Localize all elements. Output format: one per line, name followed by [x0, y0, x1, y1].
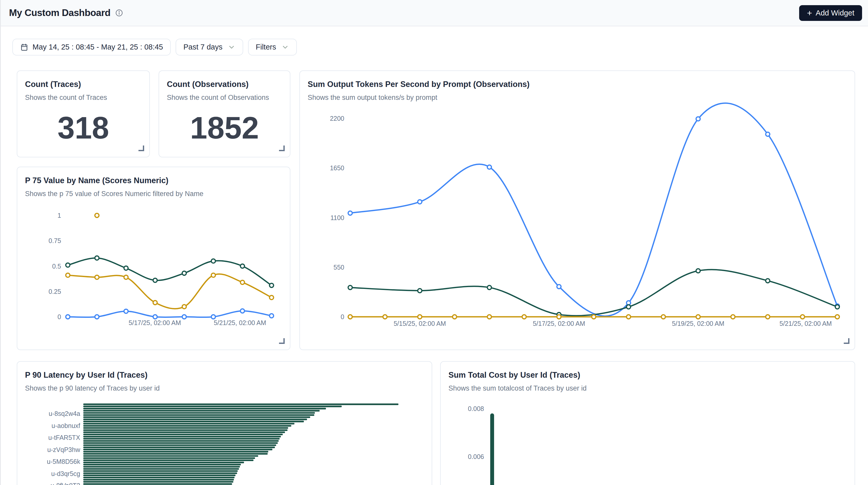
svg-text:u-zVqP3hw: u-zVqP3hw [47, 446, 81, 453]
kpi-value: 318 [17, 112, 149, 143]
svg-text:5/19/25, 02:00 AM: 5/19/25, 02:00 AM [672, 320, 724, 327]
svg-text:u-5M8D56k: u-5M8D56k [47, 458, 81, 465]
widget-title: Count (Observations) [167, 80, 282, 89]
filters-dropdown[interactable]: Filters [248, 39, 297, 56]
svg-text:u-tFAR5TX: u-tFAR5TX [48, 434, 80, 441]
widget-title: P 90 Latency by User Id (Traces) [25, 370, 424, 380]
svg-text:5/21/25, 02:00 AM: 5/21/25, 02:00 AM [214, 319, 266, 326]
widget-count-observations: Count (Observations) Shows the count of … [159, 70, 290, 157]
svg-text:0.25: 0.25 [49, 288, 61, 295]
svg-text:0.006: 0.006 [468, 453, 484, 460]
chevron-down-icon [228, 43, 236, 51]
svg-text:1: 1 [58, 212, 61, 219]
date-range-button[interactable]: May 14, 25 : 08:45 - May 21, 25 : 08:45 [12, 39, 171, 56]
preset-label: Past 7 days [183, 43, 222, 51]
kpi-value: 1852 [159, 112, 290, 143]
svg-text:1650: 1650 [330, 164, 344, 172]
p90-bar-chart: u-8sq2w4au-aobnuxfu-tFAR5TXu-zVqP3hwu-5M… [17, 362, 432, 485]
svg-text:0.008: 0.008 [468, 405, 484, 412]
filters-label: Filters [256, 43, 276, 51]
widget-p75-scores: P 75 Value by Name (Scores Numeric) Show… [17, 166, 290, 350]
svg-text:5/17/25, 02:00 AM: 5/17/25, 02:00 AM [129, 319, 181, 326]
chevron-down-icon [281, 43, 289, 51]
widget-title: P 75 Value by Name (Scores Numeric) [25, 176, 282, 185]
widget-title: Sum Output Tokens Per Second by Prompt (… [308, 80, 847, 89]
resize-handle-icon[interactable] [279, 146, 285, 151]
svg-text:5/15/25, 02:00 AM: 5/15/25, 02:00 AM [394, 320, 446, 327]
widget-count-traces: Count (Traces) Shows the count of Traces… [17, 70, 150, 157]
widget-subtitle: Shows the p 75 value of Scores Numeric f… [25, 190, 282, 198]
preset-dropdown[interactable]: Past 7 days [176, 39, 243, 56]
svg-text:1100: 1100 [330, 214, 344, 221]
dashboard-page: { "header": { "title": "My Custom Dashbo… [0, 0, 868, 485]
calendar-icon [20, 43, 28, 51]
svg-text:u-8sq2w4a: u-8sq2w4a [49, 410, 80, 417]
widget-title: Count (Traces) [25, 80, 142, 89]
widget-subtitle: Shows the sum totalcost of Traces by use… [448, 384, 847, 392]
widget-title: Sum Total Cost by User Id (Traces) [448, 370, 847, 380]
widget-tokens-per-second: Sum Output Tokens Per Second by Prompt (… [300, 70, 855, 350]
svg-text:550: 550 [334, 264, 344, 271]
svg-text:0.75: 0.75 [49, 237, 61, 244]
svg-text:u-d3qr5cg: u-d3qr5cg [51, 470, 80, 477]
svg-text:0: 0 [341, 313, 344, 321]
svg-text:u-8fVa9T3: u-8fVa9T3 [51, 482, 80, 485]
plus-icon: + [807, 8, 812, 17]
add-widget-label: Add Widget [816, 9, 854, 17]
cost-bar-chart: 0.0080.006 [441, 362, 855, 485]
resize-handle-icon[interactable] [279, 338, 285, 344]
widget-subtitle: Shows the sum output tokens/s by prompt [308, 94, 847, 102]
svg-text:5/21/25, 02:00 AM: 5/21/25, 02:00 AM [780, 320, 832, 327]
resize-handle-icon[interactable] [138, 146, 144, 151]
svg-text:0.5: 0.5 [52, 263, 61, 270]
date-range-label: May 14, 25 : 08:45 - May 21, 25 : 08:45 [32, 43, 163, 51]
svg-text:5/17/25, 02:00 AM: 5/17/25, 02:00 AM [533, 320, 585, 327]
header-bar: My Custom Dashboard + Add Widget [1, 0, 868, 26]
tokens-line-chart: 22001650110055005/15/25, 02:00 AM5/17/25… [300, 71, 855, 350]
widget-subtitle: Shows the count of Observations [167, 94, 282, 102]
widget-subtitle: Shows the p 90 latency of Traces by user… [25, 384, 424, 392]
svg-text:2200: 2200 [330, 115, 344, 122]
add-widget-button[interactable]: + Add Widget [799, 5, 862, 21]
page-title: My Custom Dashboard [9, 7, 111, 18]
filter-controls: May 14, 25 : 08:45 - May 21, 25 : 08:45 … [12, 39, 297, 56]
svg-text:0: 0 [58, 313, 61, 321]
widget-total-cost: Sum Total Cost by User Id (Traces) Shows… [440, 361, 855, 485]
widget-p90-latency: P 90 Latency by User Id (Traces) Shows t… [17, 361, 432, 485]
info-icon[interactable] [115, 9, 123, 17]
svg-text:u-aobnuxf: u-aobnuxf [52, 422, 80, 429]
widget-subtitle: Shows the count of Traces [25, 94, 142, 102]
resize-handle-icon[interactable] [844, 338, 849, 344]
